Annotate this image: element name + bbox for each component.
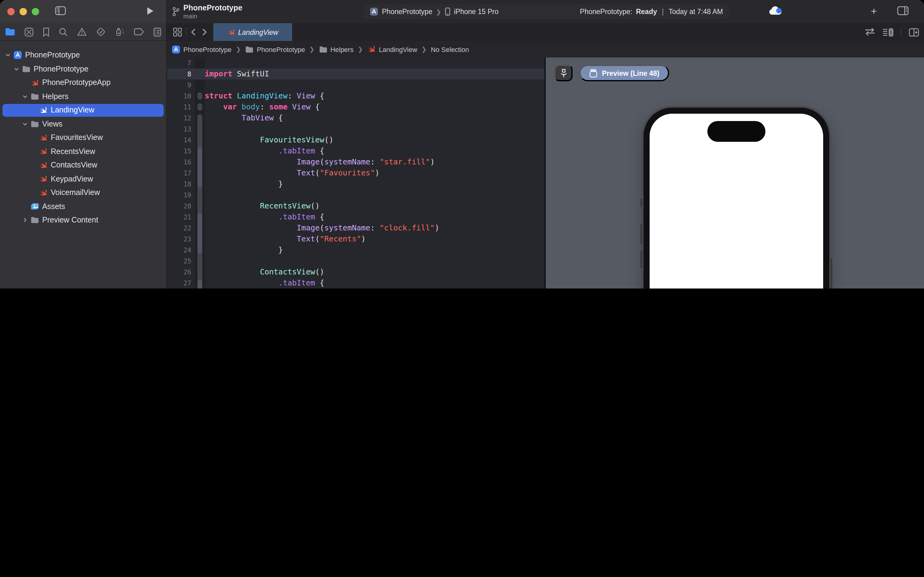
file-label: PhonePrototypeApp — [42, 79, 111, 87]
code-line-15[interactable]: 15 .tabItem { — [167, 145, 544, 156]
toggle-right-inspector-icon[interactable] — [897, 6, 909, 15]
code-fold-capsule[interactable] — [197, 114, 202, 288]
code-fold-capsule[interactable] — [197, 147, 202, 188]
reports-navigator-icon[interactable] — [153, 27, 161, 36]
code-text: struct LandingView: View { — [205, 90, 324, 102]
status-separator: | — [661, 8, 665, 15]
folder-icon — [31, 93, 39, 100]
disclosure-chevron-icon[interactable] — [13, 66, 19, 72]
close-window-button[interactable] — [7, 8, 14, 15]
bookmark-navigator-icon[interactable] — [43, 27, 50, 36]
file-tree-item-keypadview[interactable]: KeypadView — [0, 172, 166, 186]
code-line-11[interactable]: 11 var body: some View { — [167, 102, 544, 113]
code-line-13[interactable]: 13 — [167, 124, 544, 134]
breadcrumb-item-no-selection[interactable]: No Selection — [431, 45, 469, 53]
preview-button-label: Preview (Line 48) — [602, 69, 659, 77]
volume-up-button — [641, 224, 642, 245]
source-control-navigator-icon[interactable] — [24, 27, 34, 36]
code-line-23[interactable]: 23 Text("Recents") — [167, 234, 544, 245]
code-fold-capsule[interactable] — [197, 213, 202, 254]
disclosure-chevron-icon[interactable] — [22, 217, 28, 223]
file-tree-item-phoneprototypeapp[interactable]: PhonePrototypeApp — [0, 76, 166, 90]
file-tree-item-preview-content[interactable]: Preview Content — [0, 213, 166, 227]
tests-navigator-icon[interactable] — [96, 27, 106, 37]
minimize-window-button[interactable] — [19, 8, 27, 15]
project-navigator-icon[interactable] — [5, 27, 15, 36]
code-line-26[interactable]: 26 ContactsView() — [167, 266, 544, 277]
code-line-8[interactable]: 8import SwiftUI — [167, 68, 544, 79]
breadcrumb-item-helpers[interactable]: Helpers — [319, 45, 354, 53]
editor-layout-icon[interactable] — [882, 28, 893, 36]
file-label: PhonePrototype — [34, 65, 88, 73]
disclosure-chevron-icon[interactable] — [22, 121, 28, 127]
add-split-editor-icon[interactable] — [909, 28, 919, 36]
code-line-14[interactable]: 14 FavouritesView() — [167, 134, 544, 145]
scheme-selector[interactable]: PhonePrototype ❯ iPhone 15 Pro — [370, 7, 499, 16]
activity-status: PhonePrototype: Ready | Today at 7:48 AM — [580, 8, 723, 15]
project-navigator: PhonePrototypePhonePrototypePhonePrototy… — [0, 41, 167, 288]
search-navigator-icon[interactable] — [59, 27, 68, 36]
file-tree-item-phoneprototype[interactable]: PhonePrototype — [0, 62, 166, 76]
code-text: .tabItem { — [205, 145, 324, 156]
file-tree-item-recentsview[interactable]: RecentsView — [0, 145, 166, 158]
code-line-18[interactable]: 18 } — [167, 179, 544, 190]
swap-editors-icon[interactable] — [865, 28, 875, 36]
run-button[interactable] — [146, 7, 154, 15]
folder-icon — [22, 65, 31, 73]
code-line-7[interactable]: 7 — [167, 58, 544, 68]
code-text: Text("Favourites") — [205, 168, 380, 179]
code-line-9[interactable]: 9 — [167, 79, 544, 90]
code-line-17[interactable]: 17 Text("Favourites") — [167, 168, 544, 179]
code-fold-capsule[interactable] — [197, 103, 202, 111]
file-tree-item-phoneprototype[interactable]: PhonePrototype — [0, 48, 166, 62]
breadcrumb-item-phoneprototype[interactable]: PhonePrototype — [172, 45, 232, 53]
toolbar-left-section — [0, 0, 167, 23]
code-line-10[interactable]: 10struct LandingView: View { — [167, 90, 544, 102]
go-forward-icon[interactable] — [202, 28, 207, 36]
code-line-12[interactable]: 12 TabView { — [167, 113, 544, 124]
assets-icon — [31, 203, 39, 210]
file-tree-item-voicemailview[interactable]: VoicemailView — [0, 186, 166, 200]
debug-navigator-icon[interactable] — [115, 27, 125, 37]
code-line-24[interactable]: 24 } — [167, 245, 544, 256]
tab-overview-icon[interactable] — [173, 27, 182, 37]
breakpoints-navigator-icon[interactable] — [134, 28, 144, 35]
code-line-19[interactable]: 19 — [167, 190, 544, 200]
code-fold-capsule[interactable] — [197, 92, 202, 100]
code-line-25[interactable]: 25 — [167, 256, 544, 266]
code-line-21[interactable]: 21 .tabItem { — [167, 211, 544, 222]
disclosure-chevron-icon[interactable] — [5, 52, 11, 58]
folder-icon — [245, 45, 254, 53]
breadcrumb-item-phoneprototype[interactable]: PhonePrototype — [245, 45, 305, 53]
file-tree-item-views[interactable]: Views — [0, 117, 166, 131]
file-tree-item-helpers[interactable]: Helpers — [0, 90, 166, 103]
swift-icon — [227, 28, 235, 36]
pin-preview-button[interactable] — [554, 65, 573, 81]
disclosure-spacer — [31, 107, 37, 113]
tab-landingview[interactable]: LandingView — [213, 23, 292, 41]
window-title: PhonePrototype — [184, 4, 242, 13]
code-line-20[interactable]: 20 RecentsView() — [167, 200, 544, 211]
breadcrumb: PhonePrototype❯PhonePrototype❯Helpers❯La… — [172, 41, 469, 58]
file-tree-item-assets[interactable]: Assets — [0, 200, 166, 213]
file-tree-item-contactsview[interactable]: ContactsView — [0, 158, 166, 172]
disclosure-chevron-icon[interactable] — [22, 93, 28, 100]
code-area: 78import SwiftUI910struct LandingView: V… — [167, 58, 544, 288]
code-line-27[interactable]: 27 .tabItem { — [167, 277, 544, 288]
issues-navigator-icon[interactable] — [77, 27, 87, 36]
add-editor-button[interactable]: + — [871, 7, 877, 16]
file-tree-item-landingview[interactable]: LandingView — [0, 103, 166, 117]
zoom-window-button[interactable] — [32, 8, 39, 15]
breadcrumb-item-landingview[interactable]: LandingView — [367, 45, 417, 53]
scheme-destination-label: iPhone 15 Pro — [454, 8, 499, 15]
source-editor[interactable]: 78import SwiftUI910struct LandingView: V… — [167, 58, 544, 288]
toggle-left-sidebar-icon[interactable] — [55, 6, 66, 15]
go-back-icon[interactable] — [191, 28, 196, 36]
code-line-16[interactable]: 16 Image(systemName: "star.fill") — [167, 156, 544, 168]
file-tree-item-favouritesview[interactable]: FavouritesView — [0, 131, 166, 145]
code-line-22[interactable]: 22 Image(systemName: "clock.fill") — [167, 222, 544, 234]
cloud-status-icon[interactable] — [768, 5, 784, 17]
preview-button[interactable]: Preview (Line 48) — [580, 65, 669, 81]
code-fold-capsule[interactable] — [197, 279, 202, 288]
file-label: KeypadView — [51, 175, 93, 184]
